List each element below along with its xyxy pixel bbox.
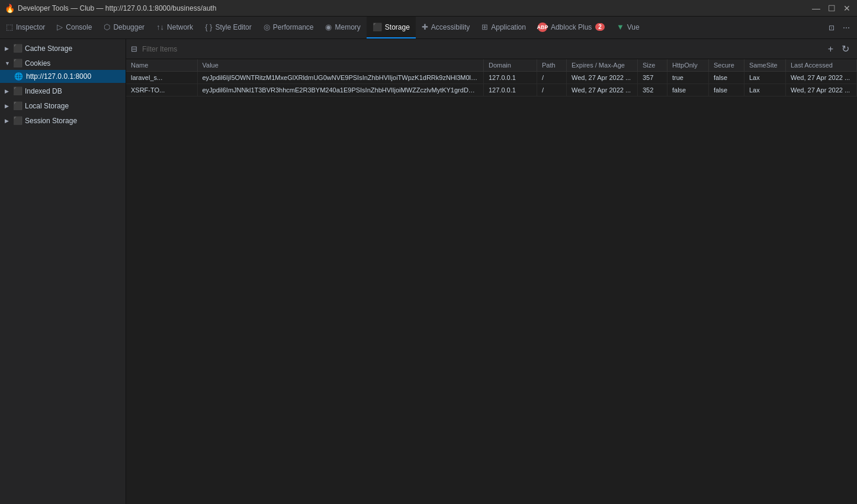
tab-vue-label: Vue (627, 23, 640, 31)
dock-button[interactable]: ⊡ (825, 21, 838, 34)
chevron-down-icon: ▼ (5, 60, 11, 66)
sidebar-section-header-local-storage[interactable]: ▶ ⬛ Local Storage (0, 99, 126, 113)
tab-accessibility-label: Accessibility (431, 23, 470, 31)
tab-network[interactable]: ↑↓ Network (150, 17, 199, 38)
tab-network-label: Network (167, 23, 193, 31)
titlebar: 🔥 Developer Tools — Club — http://127.0.… (0, 0, 857, 17)
sidebar-section-cache-storage-label: Cache Storage (25, 44, 72, 53)
tab-console-label: Console (66, 23, 92, 31)
tab-application-label: Application (491, 23, 526, 31)
window-controls: — ☐ ✕ (811, 3, 852, 14)
chevron-right-icon-2: ▶ (5, 88, 11, 94)
tab-console[interactable]: ▷ Console (51, 17, 98, 38)
cache-storage-icon: ⬛ (13, 44, 23, 53)
cell-expires: Wed, 27 Apr 2022 ... (567, 72, 638, 84)
col-header-value[interactable]: Value (197, 59, 484, 72)
sidebar-item-http-127-label: http://127.0.0.1:8000 (26, 72, 91, 81)
tab-debugger[interactable]: ⬡ Debugger (98, 17, 150, 38)
titlebar-title: Developer Tools — Club — http://127.0.0.… (18, 4, 811, 12)
tab-adblock-label: Adblock Plus (551, 23, 592, 31)
sidebar-section-indexed-db-label: Indexed DB (25, 87, 62, 95)
col-header-samesite[interactable]: SameSite (744, 59, 786, 72)
main-layout: ▶ ⬛ Cache Storage ▼ ⬛ Cookies 🌐 http://1… (0, 39, 857, 504)
sidebar-section-cookies-label: Cookies (25, 59, 50, 68)
col-header-size[interactable]: Size (638, 59, 667, 72)
filter-bar: ⊟ + ↻ (126, 39, 857, 59)
more-button[interactable]: ⋯ (839, 21, 853, 34)
cookies-table: Name Value Domain Path Expires / Max-Age… (126, 59, 857, 97)
chevron-right-icon: ▶ (5, 46, 11, 52)
debugger-icon: ⬡ (104, 23, 110, 31)
cell-lastaccessed: Wed, 27 Apr 2022 ... (786, 72, 857, 84)
vue-icon: ▼ (617, 23, 624, 31)
sidebar-item-http-127[interactable]: 🌐 http://127.0.0.1:8000 (0, 70, 126, 83)
tab-style-editor[interactable]: { } Style Editor (199, 17, 258, 38)
table-body: laravel_s...eyJpdil6IjI5OWNTRitzM1MxeGlX… (126, 72, 857, 97)
console-icon: ▷ (57, 23, 63, 31)
cell-samesite: Lax (744, 72, 786, 84)
tab-debugger-label: Debugger (113, 23, 145, 31)
col-header-domain[interactable]: Domain (484, 59, 537, 72)
cell-secure: false (709, 84, 744, 97)
cell-name: laravel_s... (126, 72, 197, 84)
refresh-button[interactable]: ↻ (839, 42, 852, 56)
tab-application[interactable]: ⊞ Application (476, 17, 532, 38)
minimize-button[interactable]: — (811, 3, 821, 14)
tab-style-editor-label: Style Editor (215, 23, 251, 31)
cell-domain: 127.0.0.1 (484, 84, 537, 97)
cell-secure: false (709, 72, 744, 84)
cell-path: / (537, 72, 567, 84)
adblock-icon: ABP (538, 23, 547, 32)
sidebar-section-cache-storage: ▶ ⬛ Cache Storage (0, 41, 126, 55)
add-button[interactable]: + (825, 42, 836, 56)
cell-name: XSRF-TO... (126, 84, 197, 97)
sidebar-section-header-indexed-db[interactable]: ▶ ⬛ Indexed DB (0, 84, 126, 98)
tab-memory[interactable]: ◉ Memory (319, 17, 366, 38)
tab-storage[interactable]: ⬛ Storage (367, 17, 416, 38)
memory-icon: ◉ (325, 23, 332, 31)
network-icon: ↑↓ (156, 23, 164, 31)
cell-value: eyJpdil6IjI5OWNTRitzM1MxeGlXRldmUG0wNVE9… (197, 72, 484, 84)
adblock-badge: 2 (595, 23, 605, 31)
style-editor-icon: { } (205, 23, 212, 31)
cell-path: / (537, 84, 567, 97)
tab-memory-label: Memory (335, 23, 360, 31)
sidebar-section-header-session-storage[interactable]: ▶ ⬛ Session Storage (0, 114, 126, 127)
tab-adblock[interactable]: ABP Adblock Plus 2 (532, 17, 611, 38)
close-button[interactable]: ✕ (842, 3, 852, 14)
col-header-lastaccessed[interactable]: Last Accessed (786, 59, 857, 72)
content-area: ⊟ + ↻ Name Value Domain Path Expires / M… (126, 39, 857, 504)
application-icon: ⊞ (482, 23, 488, 31)
sidebar-section-session-storage: ▶ ⬛ Session Storage (0, 114, 126, 127)
sidebar-section-header-cache-storage[interactable]: ▶ ⬛ Cache Storage (0, 41, 126, 55)
tab-inspector[interactable]: ⬚ Inspector (0, 17, 51, 38)
col-header-name[interactable]: Name (126, 59, 197, 72)
cell-value: eyJpdil6ImJNNkl1T3BVR3hhcmE2R3BYM240a1E9… (197, 84, 484, 97)
tab-accessibility[interactable]: ✚ Accessibility (416, 17, 476, 38)
table-header: Name Value Domain Path Expires / Max-Age… (126, 59, 857, 72)
tab-vue[interactable]: ▼ Vue (611, 17, 646, 38)
table-row[interactable]: XSRF-TO...eyJpdil6ImJNNkl1T3BVR3hhcmE2R3… (126, 84, 857, 97)
cell-lastaccessed: Wed, 27 Apr 2022 ... (786, 84, 857, 97)
col-header-path[interactable]: Path (537, 59, 567, 72)
col-header-expires[interactable]: Expires / Max-Age (567, 59, 638, 72)
toolbar: ⬚ Inspector ▷ Console ⬡ Debugger ↑↓ Netw… (0, 17, 857, 39)
indexed-db-icon: ⬛ (13, 86, 23, 95)
col-header-httponly[interactable]: HttpOnly (667, 59, 709, 72)
chevron-right-icon-4: ▶ (5, 118, 11, 124)
local-storage-icon: ⬛ (13, 101, 23, 110)
cookies-table-wrap: Name Value Domain Path Expires / Max-Age… (126, 59, 857, 504)
chevron-right-icon-3: ▶ (5, 103, 11, 109)
filter-input[interactable] (142, 45, 820, 53)
cell-httponly: true (667, 72, 709, 84)
inspector-icon: ⬚ (6, 23, 13, 31)
cell-size: 352 (638, 84, 667, 97)
app-icon: 🔥 (5, 4, 14, 13)
tab-performance[interactable]: ◎ Performance (258, 17, 320, 38)
cell-expires: Wed, 27 Apr 2022 ... (567, 84, 638, 97)
tab-storage-label: Storage (385, 23, 410, 31)
maximize-button[interactable]: ☐ (826, 3, 837, 14)
col-header-secure[interactable]: Secure (709, 59, 744, 72)
table-row[interactable]: laravel_s...eyJpdil6IjI5OWNTRitzM1MxeGlX… (126, 72, 857, 84)
sidebar-section-header-cookies[interactable]: ▼ ⬛ Cookies (0, 56, 126, 70)
